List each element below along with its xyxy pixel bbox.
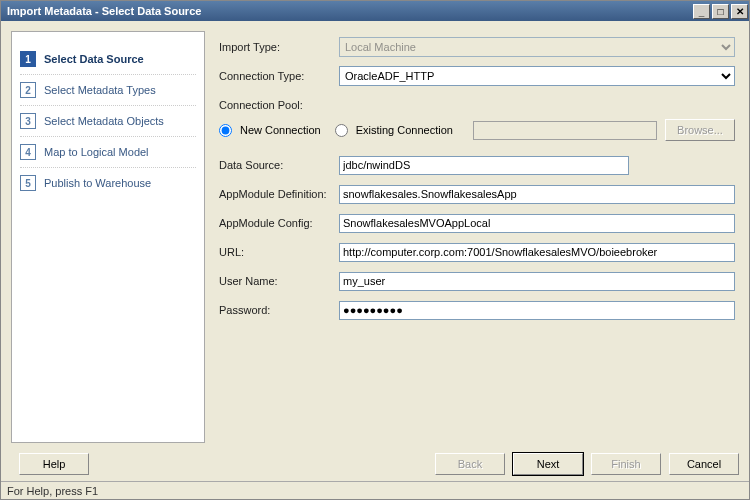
dialog-window: Import Metadata - Select Data Source _ □…	[0, 0, 750, 500]
step-number: 3	[20, 113, 36, 129]
url-input[interactable]	[339, 243, 735, 262]
cancel-button[interactable]: Cancel	[669, 453, 739, 475]
url-label: URL:	[219, 246, 339, 258]
window-title: Import Metadata - Select Data Source	[7, 5, 201, 17]
existing-connection-radio-label: Existing Connection	[356, 124, 453, 136]
step-number: 5	[20, 175, 36, 191]
new-connection-radio-input[interactable]	[219, 124, 232, 137]
password-input[interactable]	[339, 301, 735, 320]
wizard-step-publish-to-warehouse[interactable]: 5 Publish to Warehouse	[20, 168, 196, 198]
appmodule-config-input[interactable]	[339, 214, 735, 233]
step-label: Select Metadata Types	[44, 84, 156, 96]
next-button[interactable]: Next	[513, 453, 583, 475]
connection-type-label: Connection Type:	[219, 70, 339, 82]
minimize-button[interactable]: _	[693, 4, 710, 19]
title-bar: Import Metadata - Select Data Source _ □…	[1, 1, 749, 21]
step-label: Select Data Source	[44, 53, 144, 65]
new-connection-radio-label: New Connection	[240, 124, 321, 136]
existing-connection-radio[interactable]: Existing Connection	[335, 124, 453, 137]
password-label: Password:	[219, 304, 339, 316]
wizard-sidebar: 1 Select Data Source 2 Select Metadata T…	[11, 31, 205, 443]
step-label: Select Metadata Objects	[44, 115, 164, 127]
step-label: Map to Logical Model	[44, 146, 149, 158]
form-panel: Import Type: Local Machine Connection Ty…	[215, 31, 739, 443]
wizard-step-select-data-source[interactable]: 1 Select Data Source	[20, 44, 196, 75]
import-type-select: Local Machine	[339, 37, 735, 57]
back-button: Back	[435, 453, 505, 475]
maximize-button[interactable]: □	[712, 4, 729, 19]
username-label: User Name:	[219, 275, 339, 287]
step-number: 1	[20, 51, 36, 67]
wizard-step-map-to-logical-model[interactable]: 4 Map to Logical Model	[20, 137, 196, 168]
appmodule-config-label: AppModule Config:	[219, 217, 339, 229]
data-source-label: Data Source:	[219, 159, 339, 171]
step-number: 4	[20, 144, 36, 160]
step-label: Publish to Warehouse	[44, 177, 151, 189]
appmodule-definition-label: AppModule Definition:	[219, 188, 339, 200]
existing-connection-field	[473, 121, 657, 140]
wizard-step-select-metadata-objects[interactable]: 3 Select Metadata Objects	[20, 106, 196, 137]
username-input[interactable]	[339, 272, 735, 291]
status-bar: For Help, press F1	[1, 481, 749, 499]
connection-type-select[interactable]: OracleADF_HTTP	[339, 66, 735, 86]
dialog-body: 1 Select Data Source 2 Select Metadata T…	[1, 21, 749, 449]
import-type-label: Import Type:	[219, 41, 339, 53]
dialog-footer: Help Back Next Finish Cancel	[1, 449, 749, 481]
close-button[interactable]: ✕	[731, 4, 748, 19]
help-button[interactable]: Help	[19, 453, 89, 475]
browse-button: Browse...	[665, 119, 735, 141]
wizard-step-select-metadata-types[interactable]: 2 Select Metadata Types	[20, 75, 196, 106]
appmodule-definition-input[interactable]	[339, 185, 735, 204]
new-connection-radio[interactable]: New Connection	[219, 124, 321, 137]
finish-button: Finish	[591, 453, 661, 475]
status-text: For Help, press F1	[7, 485, 98, 497]
data-source-input[interactable]	[339, 156, 629, 175]
connection-pool-label: Connection Pool:	[219, 99, 339, 111]
existing-connection-radio-input[interactable]	[335, 124, 348, 137]
step-number: 2	[20, 82, 36, 98]
